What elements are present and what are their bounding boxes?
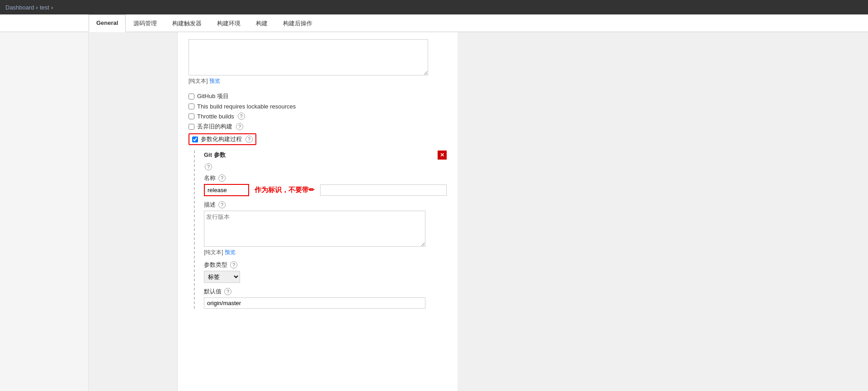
- param-header: Git 参数 ✕: [204, 151, 447, 160]
- tab-triggers[interactable]: 构建触发器: [165, 14, 209, 32]
- param-section: Git 参数 ✕ ? 名称 ? 作为标识，不要带✏: [194, 151, 447, 309]
- param-desc-textarea[interactable]: [204, 211, 425, 247]
- git-help-row: ?: [204, 163, 447, 170]
- lockable-checkbox[interactable]: [189, 104, 194, 109]
- dashboard-link[interactable]: Dashboard: [5, 4, 34, 11]
- preview-link[interactable]: 预览: [209, 78, 220, 84]
- git-params-title: Git 参数: [204, 151, 226, 159]
- nav-sep-2: ›: [51, 4, 53, 11]
- default-label: 默认值: [204, 287, 222, 296]
- sidebar: [0, 32, 89, 391]
- github-checkbox[interactable]: [189, 94, 194, 99]
- param-header-left: Git 参数: [204, 151, 226, 159]
- lockable-label: This build requires lockable resources: [197, 103, 296, 110]
- discard-help-icon[interactable]: ?: [236, 123, 243, 130]
- annotation-input[interactable]: [320, 184, 447, 196]
- discard-label: 丢弃旧的构建: [197, 122, 232, 131]
- default-value-input[interactable]: [204, 297, 425, 309]
- checkbox-row-github: GitHub 项目: [189, 92, 447, 100]
- name-input[interactable]: [204, 184, 249, 196]
- top-nav: Dashboard › test ›: [0, 0, 868, 14]
- param-preview-link[interactable]: 预览: [225, 249, 236, 255]
- desc-param-row: 描述 ? [纯文本] 预览: [204, 201, 447, 256]
- checkbox-row-discard: 丢弃旧的构建 ?: [189, 122, 447, 131]
- default-label-row: 默认值 ?: [204, 287, 447, 296]
- parametrize-checkbox[interactable]: [192, 137, 198, 142]
- content-area: [纯文本] 预览 GitHub 项目 This build requires l…: [177, 32, 458, 391]
- parametrize-row: 参数化构建过程 ?: [189, 133, 256, 145]
- discard-checkbox[interactable]: [189, 124, 194, 130]
- name-help-icon[interactable]: ?: [218, 174, 226, 182]
- checkbox-row-throttle: Throttle builds ?: [189, 113, 447, 120]
- plaintext-label: [纯文本]: [189, 78, 208, 84]
- content-wrapper: [纯文本] 预览 GitHub 项目 This build requires l…: [0, 32, 868, 391]
- throttle-label: Throttle builds: [197, 113, 234, 120]
- param-type-label: 参数类型: [204, 261, 227, 269]
- desc-help-icon[interactable]: ?: [218, 201, 226, 208]
- main-content: General 源码管理 构建触发器 构建环境 构建 构建后操作 [纯文本] 预…: [0, 14, 868, 391]
- parametrize-label: 参数化构建过程: [201, 135, 242, 143]
- name-param-row: 名称 ? 作为标识，不要带✏: [204, 174, 447, 196]
- default-help-icon[interactable]: ?: [224, 288, 231, 295]
- tab-source[interactable]: 源码管理: [126, 14, 165, 32]
- tab-environment[interactable]: 构建环境: [209, 14, 248, 32]
- param-desc-plaintext-preview: [纯文本] 预览: [204, 249, 447, 256]
- delete-param-button[interactable]: ✕: [438, 151, 447, 160]
- param-type-row: 参数类型 ? 标签 分支 修订版本 标签或修订版本: [204, 261, 447, 283]
- checkbox-row-lockable: This build requires lockable resources: [189, 103, 447, 110]
- param-plaintext-label: [纯文本]: [204, 249, 223, 255]
- name-label: 名称: [204, 174, 216, 182]
- tab-build[interactable]: 构建: [248, 14, 275, 32]
- annotation-text: 作为标识，不要带✏: [253, 186, 316, 194]
- throttle-checkbox[interactable]: [189, 113, 194, 119]
- throttle-help-icon[interactable]: ?: [238, 113, 245, 120]
- parametrize-help-icon[interactable]: ?: [245, 136, 253, 143]
- desc-param-label-row: 描述 ?: [204, 201, 447, 209]
- plain-text-preview: [纯文本] 预览: [189, 77, 447, 85]
- git-help-icon[interactable]: ?: [205, 163, 212, 170]
- param-type-label-row: 参数类型 ?: [204, 261, 447, 269]
- tab-general[interactable]: General: [89, 14, 126, 32]
- name-input-row: 作为标识，不要带✏: [204, 184, 447, 196]
- param-type-help-icon[interactable]: ?: [230, 261, 237, 269]
- tabs-bar: General 源码管理 构建触发器 构建环境 构建 构建后操作: [0, 14, 868, 32]
- default-value-row: 默认值 ?: [204, 287, 447, 309]
- name-param-label-row: 名称 ?: [204, 174, 447, 182]
- checkbox-group: GitHub 项目 This build requires lockable r…: [189, 92, 447, 131]
- tab-post[interactable]: 构建后操作: [275, 14, 320, 32]
- github-label: GitHub 项目: [197, 92, 229, 100]
- desc-label: 描述: [204, 201, 216, 209]
- nav-sep-1: ›: [36, 4, 38, 11]
- project-link[interactable]: test: [40, 4, 49, 11]
- main-description-textarea[interactable]: [189, 39, 428, 75]
- param-type-select[interactable]: 标签 分支 修订版本 标签或修订版本: [204, 271, 240, 283]
